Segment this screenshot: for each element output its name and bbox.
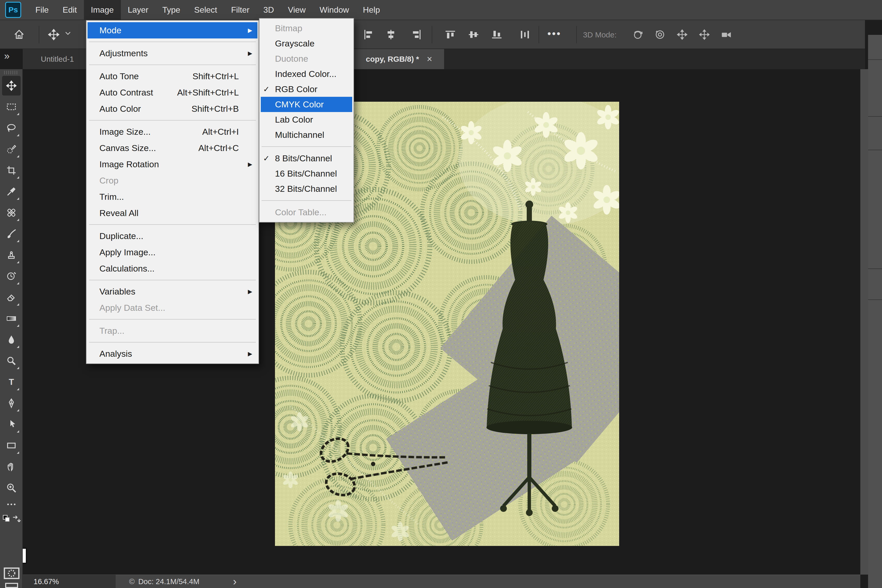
- align-bottom-edges-icon[interactable]: [491, 29, 502, 40]
- submenu-item-label: Indexed Color...: [275, 69, 336, 79]
- menu-item-image-rotation[interactable]: Image Rotation ▶: [87, 156, 258, 172]
- status-expand-chevron-icon[interactable]: ›: [233, 575, 237, 588]
- history-brush-tool[interactable]: [2, 266, 21, 286]
- menu-help[interactable]: Help: [356, 0, 387, 20]
- blur-tool[interactable]: [2, 330, 21, 350]
- crop-tool[interactable]: [2, 160, 21, 180]
- lasso-tool[interactable]: [2, 118, 21, 138]
- menu-item-apply-image[interactable]: Apply Image...: [87, 244, 258, 261]
- eraser-tool[interactable]: [2, 288, 21, 307]
- menu-filter[interactable]: Filter: [224, 0, 256, 20]
- menu-item-label: Apply Data Set...: [99, 303, 246, 313]
- menu-item-variables[interactable]: Variables ▶: [87, 284, 258, 300]
- menu-item-label: Mode: [99, 25, 246, 35]
- menu-item-trim[interactable]: Trim...: [87, 189, 258, 205]
- submenu-item-bitmap: Bitmap: [260, 21, 354, 36]
- align-top-edges-icon[interactable]: [445, 29, 456, 40]
- dock-divider: [868, 299, 882, 300]
- align-right-edges-icon[interactable]: [411, 29, 422, 40]
- menu-item-auto-color[interactable]: Auto Color Shift+Ctrl+B: [87, 100, 258, 117]
- menu-item-duplicate[interactable]: Duplicate...: [87, 228, 258, 244]
- submenu-arrow-icon: ▶: [246, 50, 252, 57]
- menu-item-adjustments[interactable]: Adjustments ▶: [87, 45, 258, 62]
- distribute-horizontal-icon[interactable]: [519, 29, 530, 40]
- 3d-slide-icon[interactable]: [699, 29, 710, 40]
- submenu-item-multichannel[interactable]: Multichannel: [260, 127, 354, 142]
- 3d-pan-icon[interactable]: [676, 29, 688, 40]
- menu-window[interactable]: Window: [313, 0, 356, 20]
- chevron-down-icon[interactable]: [64, 29, 72, 40]
- zoom-tool[interactable]: [2, 478, 21, 498]
- dock-divider: [868, 150, 882, 150]
- zoom-level-field[interactable]: 16.67%: [23, 575, 116, 588]
- menu-item-calculations[interactable]: Calculations...: [87, 261, 258, 277]
- menu-item-reveal-all[interactable]: Reveal All: [87, 205, 258, 221]
- submenu-item-indexed-color[interactable]: Indexed Color...: [260, 66, 354, 82]
- menu-item-auto-contrast[interactable]: Auto Contrast Alt+Shift+Ctrl+L: [87, 84, 258, 100]
- submenu-item-grayscale[interactable]: Grayscale: [260, 36, 354, 51]
- quick-selection-tool[interactable]: [2, 140, 21, 159]
- menu-layer[interactable]: Layer: [121, 0, 155, 20]
- submenu-item-label: Duotone: [275, 54, 308, 64]
- menu-3d[interactable]: 3D: [256, 0, 281, 20]
- menu-separator: [87, 62, 258, 68]
- menu-item-label: Trap...: [99, 326, 246, 336]
- tab-overflow-icon[interactable]: »: [4, 51, 9, 62]
- rectangle-tool[interactable]: [2, 436, 21, 455]
- menu-type[interactable]: Type: [155, 0, 187, 20]
- move-tool[interactable]: [2, 76, 21, 96]
- panel-grip[interactable]: [4, 71, 19, 74]
- align-vertical-centers-icon[interactable]: [468, 29, 479, 40]
- hand-tool[interactable]: [2, 457, 21, 477]
- pen-tool[interactable]: [2, 393, 21, 413]
- menu-separator: [87, 221, 258, 228]
- clone-stamp-tool[interactable]: [2, 245, 21, 265]
- eyedropper-tool[interactable]: [2, 182, 21, 201]
- path-selection-tool[interactable]: [2, 414, 21, 434]
- menu-image[interactable]: Image: [84, 0, 121, 20]
- more-options-icon[interactable]: •••: [548, 28, 561, 39]
- default-colors-icon[interactable]: [2, 512, 11, 525]
- screen-mode-icon[interactable]: [5, 583, 18, 588]
- home-icon[interactable]: [14, 29, 25, 40]
- dodge-tool[interactable]: [2, 351, 21, 370]
- rectangular-marquee-tool[interactable]: [2, 97, 21, 117]
- menu-item-label: Duplicate...: [99, 231, 246, 241]
- submenu-item-32-bits[interactable]: 32 Bits/Channel: [260, 181, 354, 196]
- spot-healing-brush-tool[interactable]: [2, 203, 21, 222]
- submenu-item-rgb-color[interactable]: ✓ RGB Color: [260, 82, 354, 97]
- menu-edit[interactable]: Edit: [56, 0, 84, 20]
- submenu-item-16-bits[interactable]: 16 Bits/Channel: [260, 166, 354, 181]
- align-horizontal-centers-icon[interactable]: [385, 29, 397, 40]
- brush-tool[interactable]: [2, 224, 21, 244]
- swap-colors-icon[interactable]: [11, 512, 21, 525]
- menu-item-image-size[interactable]: Image Size... Alt+Ctrl+I: [87, 124, 258, 140]
- menu-file[interactable]: File: [28, 0, 56, 20]
- type-tool[interactable]: T: [2, 372, 21, 392]
- quick-mask-icon[interactable]: [4, 567, 20, 579]
- move-tool-options-icon[interactable]: [48, 29, 59, 40]
- edit-toolbar-ellipsis-icon[interactable]: [2, 499, 21, 510]
- photoshop-logo[interactable]: Ps: [5, 2, 21, 18]
- menu-item-mode[interactable]: Mode ▶: [87, 22, 257, 39]
- image-menu-dropdown: Mode ▶ Adjustments ▶ Auto Tone Shift+Ctr…: [86, 20, 259, 364]
- gradient-tool[interactable]: [2, 309, 21, 328]
- submenu-item-lab-color[interactable]: Lab Color: [260, 112, 354, 127]
- collapsed-panel-dock[interactable]: [868, 35, 882, 588]
- 3d-camera-icon[interactable]: [721, 29, 732, 40]
- vertical-scrollbar[interactable]: [860, 69, 868, 574]
- menu-item-auto-tone[interactable]: Auto Tone Shift+Ctrl+L: [87, 68, 258, 84]
- menu-separator: [260, 196, 354, 205]
- menu-select[interactable]: Select: [187, 0, 224, 20]
- close-icon[interactable]: ×: [427, 54, 432, 64]
- 3d-roll-icon[interactable]: [654, 29, 666, 40]
- menu-view[interactable]: View: [281, 0, 313, 20]
- svg-text:T: T: [9, 377, 14, 387]
- submenu-item-8-bits[interactable]: ✓ 8 Bits/Channel: [260, 151, 354, 166]
- 3d-orbit-icon[interactable]: [632, 29, 644, 40]
- menu-item-analysis[interactable]: Analysis ▶: [87, 346, 258, 362]
- menu-item-canvas-size[interactable]: Canvas Size... Alt+Ctrl+C: [87, 140, 258, 156]
- menu-item-label: Calculations...: [99, 264, 246, 274]
- align-left-edges-icon[interactable]: [363, 29, 374, 40]
- submenu-item-cmyk-color[interactable]: CMYK Color: [261, 97, 352, 112]
